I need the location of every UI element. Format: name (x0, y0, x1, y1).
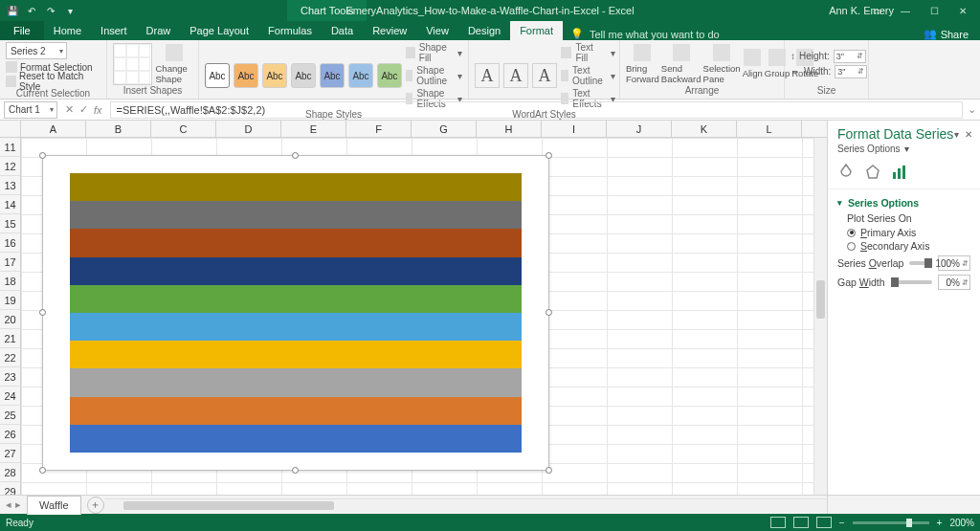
shape-style-swatch[interactable]: Abc (320, 63, 345, 88)
tab-data[interactable]: Data (322, 21, 363, 40)
row-header[interactable]: 12 (0, 157, 20, 176)
worksheet-grid[interactable]: A B C D E F G H I J K L 11 12 13 14 15 1… (0, 121, 827, 495)
series-options-section[interactable]: Series Options (837, 197, 970, 209)
scroll-thumb[interactable] (816, 280, 825, 319)
tab-insert[interactable]: Insert (91, 21, 137, 40)
text-fill-button[interactable]: Text Fill▾ (561, 42, 615, 63)
cancel-formula-icon[interactable]: ✕ (65, 103, 74, 116)
shape-style-gallery[interactable]: Abc Abc Abc Abc Abc Abc Abc (205, 63, 402, 88)
chart-plot-area[interactable] (70, 173, 522, 453)
maximize-icon[interactable]: ☐ (921, 2, 947, 19)
tab-formulas[interactable]: Formulas (258, 21, 322, 40)
width-field[interactable]: ↔Width:3" (791, 64, 867, 79)
tab-format[interactable]: Format (510, 21, 563, 40)
row-header[interactable]: 14 (0, 195, 20, 214)
pane-close-icon[interactable]: ✕ (965, 129, 972, 140)
col-header[interactable]: J (607, 121, 672, 137)
sheet-nav-prev-icon[interactable]: ◂ (6, 498, 11, 511)
enter-formula-icon[interactable]: ✓ (79, 103, 88, 116)
chart-series-band[interactable] (70, 425, 522, 453)
scroll-thumb[interactable] (123, 501, 334, 510)
horizontal-scrollbar[interactable] (104, 498, 827, 512)
resize-handle[interactable] (292, 152, 299, 159)
shape-style-swatch[interactable]: Abc (377, 63, 402, 88)
row-header[interactable]: 11 (0, 138, 20, 157)
col-header[interactable]: F (346, 121, 412, 137)
series-overlap-slider[interactable] (909, 261, 932, 265)
undo-icon[interactable]: ↶ (25, 4, 38, 17)
col-header[interactable]: K (672, 121, 737, 137)
resize-handle[interactable] (39, 309, 46, 316)
expand-formula-bar-icon[interactable]: ⌄ (963, 103, 980, 116)
series-overlap-value[interactable]: 100% (938, 255, 970, 271)
add-sheet-button[interactable]: ＋ (87, 497, 104, 514)
fill-line-icon[interactable] (837, 164, 855, 181)
tab-review[interactable]: Review (363, 21, 416, 40)
tab-draw[interactable]: Draw (137, 21, 181, 40)
name-box[interactable]: Chart 1 (4, 101, 57, 119)
shape-fill-button[interactable]: Shape Fill▾ (406, 42, 462, 63)
shape-style-swatch[interactable]: Abc (205, 63, 230, 88)
shape-style-swatch[interactable]: Abc (262, 63, 287, 88)
wordart-swatch[interactable]: A (503, 63, 528, 88)
select-all-corner[interactable] (0, 121, 21, 137)
chart-series-band[interactable] (70, 368, 522, 396)
zoom-level[interactable]: 200% (949, 518, 974, 528)
shape-style-swatch[interactable]: Abc (291, 63, 316, 88)
row-header[interactable]: 20 (0, 310, 20, 329)
send-backward-button[interactable]: Send Backward (661, 44, 702, 84)
bring-forward-button[interactable]: Bring Forward (626, 44, 659, 84)
pane-options-icon[interactable]: ▾ (954, 129, 959, 140)
effects-icon[interactable] (864, 164, 881, 181)
chart-series-band[interactable] (70, 173, 522, 201)
shape-outline-button[interactable]: Shape Outline▾ (406, 65, 462, 86)
page-break-view-icon[interactable] (816, 517, 832, 528)
col-header[interactable]: G (412, 121, 477, 137)
chart-series-band[interactable] (70, 257, 522, 285)
chart-series-band[interactable] (70, 285, 522, 313)
chart-series-band[interactable] (70, 201, 522, 229)
row-header[interactable]: 15 (0, 214, 20, 233)
tell-me-search[interactable]: 💡 Tell me what you want to do (570, 28, 720, 40)
row-header[interactable]: 18 (0, 272, 20, 291)
ribbon-options-icon[interactable]: ▭ (863, 2, 890, 19)
chart-series-band[interactable] (70, 397, 522, 425)
gap-width-slider[interactable] (891, 280, 932, 284)
gap-width-value[interactable]: 0% (938, 275, 970, 290)
height-spinner[interactable]: 3" (834, 50, 866, 63)
shape-gallery[interactable] (113, 43, 152, 85)
tab-home[interactable]: Home (44, 21, 91, 40)
row-header[interactable]: 19 (0, 291, 20, 310)
col-header[interactable]: L (737, 121, 802, 137)
resize-handle[interactable] (39, 152, 46, 159)
chart-series-band[interactable] (70, 313, 522, 341)
tab-file[interactable]: File (0, 21, 44, 40)
shape-style-swatch[interactable]: Abc (348, 63, 373, 88)
qat-more-icon[interactable]: ▾ (63, 4, 77, 17)
row-header[interactable]: 25 (0, 406, 20, 425)
save-icon[interactable]: 💾 (6, 4, 19, 17)
align-button[interactable]: Align (743, 49, 763, 78)
sheet-tab-waffle[interactable]: Waffle (27, 496, 81, 515)
minimize-icon[interactable]: — (892, 2, 919, 19)
share-button[interactable]: 👥 Share (912, 28, 980, 40)
row-header[interactable]: 21 (0, 329, 20, 348)
secondary-axis-radio[interactable]: Secondary Axis (847, 240, 970, 252)
text-outline-button[interactable]: Text Outline▾ (561, 65, 615, 86)
col-header[interactable]: I (542, 121, 607, 137)
tab-design[interactable]: Design (458, 21, 510, 40)
close-icon[interactable]: ✕ (949, 2, 976, 19)
col-header[interactable]: C (151, 121, 216, 137)
resize-handle[interactable] (546, 152, 552, 159)
resize-handle[interactable] (546, 467, 552, 474)
primary-axis-radio[interactable]: Primary Axis (847, 227, 970, 238)
vertical-scrollbar[interactable] (813, 138, 827, 495)
embedded-chart[interactable] (42, 155, 549, 471)
zoom-slider[interactable] (853, 521, 929, 524)
sheet-nav-next-icon[interactable]: ▸ (15, 498, 21, 511)
col-header[interactable]: B (86, 121, 151, 137)
row-header[interactable]: 24 (0, 387, 20, 406)
row-header[interactable]: 22 (0, 348, 20, 367)
change-shape-button[interactable]: Change Shape (156, 44, 193, 84)
resize-handle[interactable] (292, 467, 299, 474)
